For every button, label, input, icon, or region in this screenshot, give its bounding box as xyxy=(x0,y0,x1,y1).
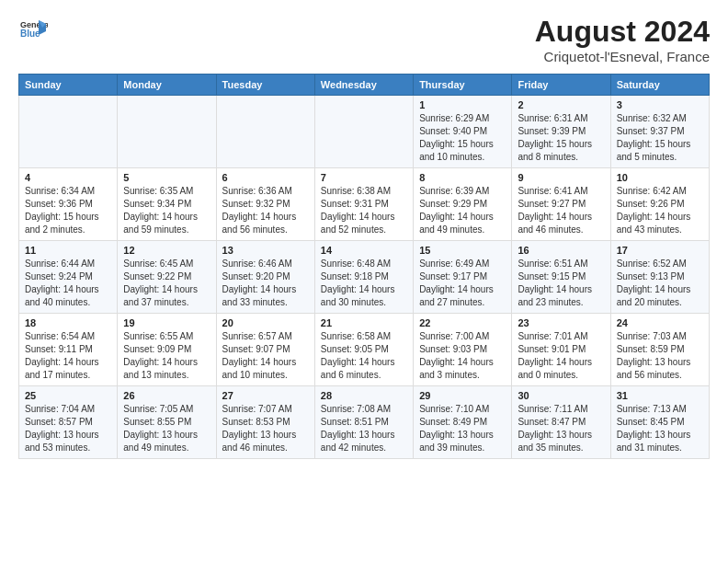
calendar-cell xyxy=(216,96,314,168)
day-number: 19 xyxy=(123,317,210,328)
day-number: 23 xyxy=(518,317,604,328)
calendar-cell: 1Sunrise: 6:29 AM Sunset: 9:40 PM Daylig… xyxy=(414,96,512,168)
day-number: 7 xyxy=(321,172,407,183)
calendar-table: Sunday Monday Tuesday Wednesday Thursday… xyxy=(18,74,710,459)
day-number: 4 xyxy=(25,172,111,183)
day-number: 24 xyxy=(617,317,703,328)
day-info: Sunrise: 7:05 AM Sunset: 8:55 PM Dayligh… xyxy=(123,403,210,454)
day-number: 9 xyxy=(518,172,604,183)
day-info: Sunrise: 6:39 AM Sunset: 9:29 PM Dayligh… xyxy=(419,185,506,236)
calendar-title: August 2024 xyxy=(535,15,710,49)
day-info: Sunrise: 6:57 AM Sunset: 9:07 PM Dayligh… xyxy=(222,330,309,382)
day-info: Sunrise: 7:00 AM Sunset: 9:03 PM Dayligh… xyxy=(419,330,506,382)
col-thursday: Thursday xyxy=(414,75,512,96)
day-number: 30 xyxy=(518,390,604,401)
calendar-cell: 11Sunrise: 6:44 AM Sunset: 9:24 PM Dayli… xyxy=(19,241,118,314)
calendar-cell: 25Sunrise: 7:04 AM Sunset: 8:57 PM Dayli… xyxy=(19,386,118,459)
day-info: Sunrise: 6:34 AM Sunset: 9:36 PM Dayligh… xyxy=(25,185,111,236)
day-number: 27 xyxy=(222,390,309,401)
calendar-cell: 3Sunrise: 6:32 AM Sunset: 9:37 PM Daylig… xyxy=(610,96,709,168)
calendar-cell: 18Sunrise: 6:54 AM Sunset: 9:11 PM Dayli… xyxy=(19,314,118,386)
day-info: Sunrise: 6:45 AM Sunset: 9:22 PM Dayligh… xyxy=(123,258,210,309)
day-info: Sunrise: 6:58 AM Sunset: 9:05 PM Dayligh… xyxy=(321,330,407,382)
day-number: 26 xyxy=(123,390,210,401)
week-row-4: 25Sunrise: 7:04 AM Sunset: 8:57 PM Dayli… xyxy=(19,386,710,459)
day-number: 15 xyxy=(419,245,506,256)
day-info: Sunrise: 7:13 AM Sunset: 8:45 PM Dayligh… xyxy=(617,403,703,454)
day-info: Sunrise: 6:36 AM Sunset: 9:32 PM Dayligh… xyxy=(222,185,309,236)
day-number: 22 xyxy=(419,317,506,328)
calendar-cell: 23Sunrise: 7:01 AM Sunset: 9:01 PM Dayli… xyxy=(512,314,610,386)
calendar-cell xyxy=(314,96,413,168)
day-number: 13 xyxy=(222,245,309,256)
day-number: 8 xyxy=(419,172,506,183)
col-saturday: Saturday xyxy=(610,75,709,96)
calendar-cell: 24Sunrise: 7:03 AM Sunset: 8:59 PM Dayli… xyxy=(610,314,709,386)
day-number: 12 xyxy=(123,245,210,256)
day-number: 3 xyxy=(617,99,703,110)
calendar-cell: 27Sunrise: 7:07 AM Sunset: 8:53 PM Dayli… xyxy=(216,386,314,459)
week-row-0: 1Sunrise: 6:29 AM Sunset: 9:40 PM Daylig… xyxy=(19,96,710,168)
day-number: 20 xyxy=(222,317,309,328)
day-number: 2 xyxy=(518,99,604,110)
calendar-cell: 13Sunrise: 6:46 AM Sunset: 9:20 PM Dayli… xyxy=(216,241,314,314)
title-block: August 2024 Criquetot-l'Esneval, France xyxy=(535,15,710,64)
day-number: 16 xyxy=(518,245,604,256)
day-number: 21 xyxy=(321,317,407,328)
calendar-cell: 16Sunrise: 6:51 AM Sunset: 9:15 PM Dayli… xyxy=(512,241,610,314)
day-info: Sunrise: 6:51 AM Sunset: 9:15 PM Dayligh… xyxy=(518,258,604,309)
day-number: 17 xyxy=(617,245,703,256)
col-sunday: Sunday xyxy=(19,75,118,96)
calendar-cell: 4Sunrise: 6:34 AM Sunset: 9:36 PM Daylig… xyxy=(19,168,118,241)
calendar-cell: 5Sunrise: 6:35 AM Sunset: 9:34 PM Daylig… xyxy=(118,168,216,241)
day-info: Sunrise: 7:07 AM Sunset: 8:53 PM Dayligh… xyxy=(222,403,309,454)
calendar-cell xyxy=(118,96,216,168)
day-info: Sunrise: 6:55 AM Sunset: 9:09 PM Dayligh… xyxy=(123,330,210,382)
day-number: 11 xyxy=(25,245,111,256)
page: General Blue August 2024 Criquetot-l'Esn… xyxy=(0,0,728,474)
calendar-cell: 6Sunrise: 6:36 AM Sunset: 9:32 PM Daylig… xyxy=(216,168,314,241)
day-number: 31 xyxy=(617,390,703,401)
day-info: Sunrise: 7:04 AM Sunset: 8:57 PM Dayligh… xyxy=(25,403,111,454)
day-info: Sunrise: 6:46 AM Sunset: 9:20 PM Dayligh… xyxy=(222,258,309,309)
calendar-cell: 2Sunrise: 6:31 AM Sunset: 9:39 PM Daylig… xyxy=(512,96,610,168)
day-info: Sunrise: 7:01 AM Sunset: 9:01 PM Dayligh… xyxy=(518,330,604,382)
calendar-cell: 30Sunrise: 7:11 AM Sunset: 8:47 PM Dayli… xyxy=(512,386,610,459)
calendar-cell: 28Sunrise: 7:08 AM Sunset: 8:51 PM Dayli… xyxy=(314,386,413,459)
day-number: 14 xyxy=(321,245,407,256)
calendar-cell: 9Sunrise: 6:41 AM Sunset: 9:27 PM Daylig… xyxy=(512,168,610,241)
calendar-cell xyxy=(19,96,118,168)
day-number: 28 xyxy=(321,390,407,401)
day-number: 5 xyxy=(123,172,210,183)
day-info: Sunrise: 6:42 AM Sunset: 9:26 PM Dayligh… xyxy=(617,185,703,236)
day-info: Sunrise: 6:29 AM Sunset: 9:40 PM Dayligh… xyxy=(419,112,506,164)
day-info: Sunrise: 7:03 AM Sunset: 8:59 PM Dayligh… xyxy=(617,330,703,382)
week-row-1: 4Sunrise: 6:34 AM Sunset: 9:36 PM Daylig… xyxy=(19,168,710,241)
calendar-cell: 15Sunrise: 6:49 AM Sunset: 9:17 PM Dayli… xyxy=(414,241,512,314)
calendar-cell: 26Sunrise: 7:05 AM Sunset: 8:55 PM Dayli… xyxy=(118,386,216,459)
day-number: 10 xyxy=(617,172,703,183)
col-monday: Monday xyxy=(118,75,216,96)
day-info: Sunrise: 7:08 AM Sunset: 8:51 PM Dayligh… xyxy=(321,403,407,454)
week-row-2: 11Sunrise: 6:44 AM Sunset: 9:24 PM Dayli… xyxy=(19,241,710,314)
day-info: Sunrise: 6:44 AM Sunset: 9:24 PM Dayligh… xyxy=(25,258,111,309)
day-number: 18 xyxy=(25,317,111,328)
day-info: Sunrise: 6:32 AM Sunset: 9:37 PM Dayligh… xyxy=(617,112,703,164)
day-info: Sunrise: 6:52 AM Sunset: 9:13 PM Dayligh… xyxy=(617,258,703,309)
day-info: Sunrise: 6:54 AM Sunset: 9:11 PM Dayligh… xyxy=(25,330,111,382)
calendar-cell: 14Sunrise: 6:48 AM Sunset: 9:18 PM Dayli… xyxy=(314,241,413,314)
header-row: Sunday Monday Tuesday Wednesday Thursday… xyxy=(19,75,710,96)
week-row-3: 18Sunrise: 6:54 AM Sunset: 9:11 PM Dayli… xyxy=(19,314,710,386)
logo-icon: General Blue xyxy=(18,15,48,48)
logo: General Blue xyxy=(18,15,48,48)
day-info: Sunrise: 6:41 AM Sunset: 9:27 PM Dayligh… xyxy=(518,185,604,236)
header: General Blue August 2024 Criquetot-l'Esn… xyxy=(18,15,710,64)
day-info: Sunrise: 7:11 AM Sunset: 8:47 PM Dayligh… xyxy=(518,403,604,454)
calendar-subtitle: Criquetot-l'Esneval, France xyxy=(535,49,710,64)
calendar-cell: 17Sunrise: 6:52 AM Sunset: 9:13 PM Dayli… xyxy=(610,241,709,314)
calendar-cell: 12Sunrise: 6:45 AM Sunset: 9:22 PM Dayli… xyxy=(118,241,216,314)
calendar-cell: 29Sunrise: 7:10 AM Sunset: 8:49 PM Dayli… xyxy=(414,386,512,459)
day-info: Sunrise: 6:48 AM Sunset: 9:18 PM Dayligh… xyxy=(321,258,407,309)
svg-text:Blue: Blue xyxy=(20,29,40,39)
calendar-cell: 31Sunrise: 7:13 AM Sunset: 8:45 PM Dayli… xyxy=(610,386,709,459)
